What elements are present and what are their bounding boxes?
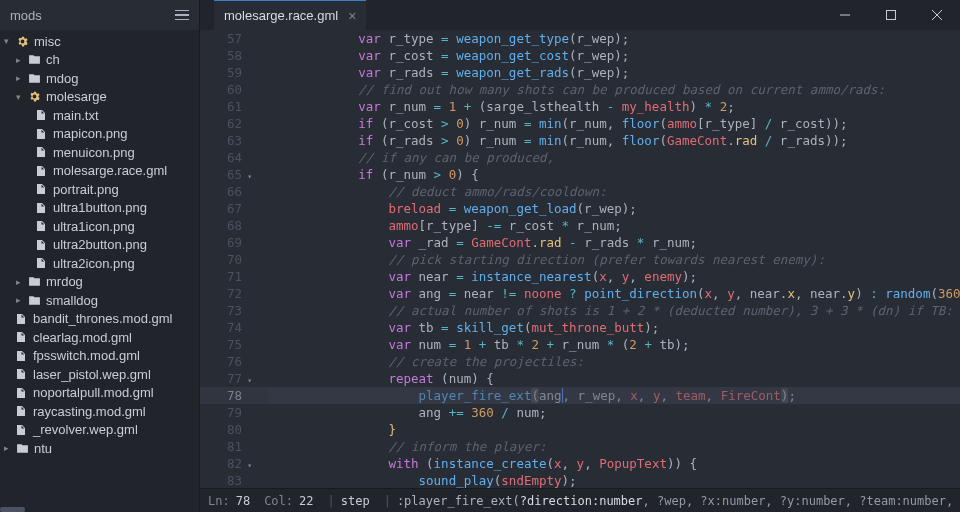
hamburger-icon[interactable] xyxy=(175,10,189,21)
fold-icon[interactable]: ▾ xyxy=(247,168,252,185)
gutter: 575859606162636465▾666768697071727374757… xyxy=(200,30,254,488)
caret-icon: ▸ xyxy=(14,73,22,83)
sidebar: ▾misc▸ch▸mdog▾molesargemain.txtmapicon.p… xyxy=(0,30,200,512)
close-button[interactable] xyxy=(914,0,960,30)
tree-item-label: mdog xyxy=(46,71,79,86)
status-ln-value: 78 xyxy=(236,494,250,508)
gear-icon xyxy=(27,90,41,103)
code-area[interactable]: 575859606162636465▾666768697071727374757… xyxy=(200,30,960,488)
gear-icon xyxy=(15,35,29,48)
tree-item-label: ultra2icon.png xyxy=(53,256,135,271)
tree-folder[interactable]: ▸mdog xyxy=(0,69,199,88)
tree-file[interactable]: ultra1button.png xyxy=(0,199,199,218)
tab-active[interactable]: molesarge.race.gml × xyxy=(214,0,366,30)
code-text[interactable]: var r_type = weapon_get_type(r_wep); var… xyxy=(254,30,960,488)
file-icon xyxy=(34,220,48,232)
tree-file[interactable]: _revolver.wep.gml xyxy=(0,421,199,440)
svg-rect-1 xyxy=(887,11,896,20)
file-icon xyxy=(34,165,48,177)
file-tree: ▾misc▸ch▸mdog▾molesargemain.txtmapicon.p… xyxy=(0,30,199,512)
file-icon xyxy=(34,146,48,158)
status-col-label: Col: xyxy=(264,494,293,508)
file-icon xyxy=(34,128,48,140)
tree-file[interactable]: laser_pistol.wep.gml xyxy=(0,365,199,384)
titlebar: mods molesarge.race.gml × xyxy=(0,0,960,30)
tree-file[interactable]: ultra2icon.png xyxy=(0,254,199,273)
tree-item-label: ultra1button.png xyxy=(53,200,147,215)
tree-item-label: mapicon.png xyxy=(53,126,127,141)
file-icon xyxy=(14,405,28,417)
tree-item-label: ch xyxy=(46,52,60,67)
folder-icon xyxy=(27,275,41,288)
file-icon xyxy=(34,183,48,195)
tree-file[interactable]: ultra2button.png xyxy=(0,236,199,255)
tree-folder[interactable]: ▾molesarge xyxy=(0,88,199,107)
editor: 575859606162636465▾666768697071727374757… xyxy=(200,30,960,512)
tree-file[interactable]: main.txt xyxy=(0,106,199,125)
tree-item-label: smalldog xyxy=(46,293,98,308)
status-bar: Ln: 78 Col: 22 | step | :player_fire_ext… xyxy=(200,488,960,512)
tree-item-label: portrait.png xyxy=(53,182,119,197)
fold-icon[interactable]: ▾ xyxy=(247,372,252,389)
tree-folder[interactable]: ▸mrdog xyxy=(0,273,199,292)
tree-item-label: _revolver.wep.gml xyxy=(33,422,138,437)
tree-item-label: ntu xyxy=(34,441,52,456)
caret-icon: ▾ xyxy=(14,92,22,102)
tree-folder[interactable]: ▸ch xyxy=(0,51,199,70)
tree-file[interactable]: raycasting.mod.gml xyxy=(0,402,199,421)
file-icon xyxy=(14,313,28,325)
tree-item-label: misc xyxy=(34,34,61,49)
maximize-button[interactable] xyxy=(868,0,914,30)
tree-item-label: fpsswitch.mod.gml xyxy=(33,348,140,363)
caret-icon: ▸ xyxy=(14,277,22,287)
tree-item-label: raycasting.mod.gml xyxy=(33,404,146,419)
tree-item-label: laser_pistol.wep.gml xyxy=(33,367,151,382)
tree-item-label: bandit_thrones.mod.gml xyxy=(33,311,172,326)
tree-file[interactable]: mapicon.png xyxy=(0,125,199,144)
caret-icon: ▾ xyxy=(2,36,10,46)
caret-icon: ▸ xyxy=(14,295,22,305)
status-scope: step xyxy=(341,494,370,508)
tree-file[interactable]: fpsswitch.mod.gml xyxy=(0,347,199,366)
tree-item-label: main.txt xyxy=(53,108,99,123)
tree-item-label: noportalpull.mod.gml xyxy=(33,385,154,400)
tab-bar: molesarge.race.gml × xyxy=(200,0,960,30)
tree-item-label: ultra2button.png xyxy=(53,237,147,252)
tab-label: molesarge.race.gml xyxy=(224,8,338,23)
file-icon xyxy=(34,109,48,121)
file-icon xyxy=(34,239,48,251)
window-controls xyxy=(822,0,960,30)
tree-folder[interactable]: ▸smalldog xyxy=(0,291,199,310)
tree-item-label: ultra1icon.png xyxy=(53,219,135,234)
tree-file[interactable]: clearlag.mod.gml xyxy=(0,328,199,347)
tree-file[interactable]: portrait.png xyxy=(0,180,199,199)
file-icon xyxy=(14,350,28,362)
caret-icon: ▸ xyxy=(2,443,10,453)
tree-item-label: molesarge.race.gml xyxy=(53,163,167,178)
fold-icon[interactable]: ▾ xyxy=(247,457,252,474)
folder-icon xyxy=(15,442,29,455)
tree-file[interactable]: molesarge.race.gml xyxy=(0,162,199,181)
tree-item-label: mrdog xyxy=(46,274,83,289)
tree-file[interactable]: ultra1icon.png xyxy=(0,217,199,236)
folder-icon xyxy=(27,294,41,307)
sidebar-header: mods xyxy=(0,0,200,30)
status-signature: :player_fire_ext(?direction:number, ?wep… xyxy=(397,494,960,508)
tree-folder[interactable]: ▾misc xyxy=(0,32,199,51)
file-icon xyxy=(14,331,28,343)
close-icon[interactable]: × xyxy=(348,9,356,23)
minimize-button[interactable] xyxy=(822,0,868,30)
tree-file[interactable]: menuicon.png xyxy=(0,143,199,162)
folder-icon xyxy=(27,53,41,66)
sidebar-title: mods xyxy=(10,8,42,23)
tree-file[interactable]: bandit_thrones.mod.gml xyxy=(0,310,199,329)
caret-icon: ▸ xyxy=(14,55,22,65)
tree-folder[interactable]: ▸ntu xyxy=(0,439,199,458)
status-col-value: 22 xyxy=(299,494,313,508)
tree-file[interactable]: noportalpull.mod.gml xyxy=(0,384,199,403)
file-icon xyxy=(34,202,48,214)
file-icon xyxy=(14,368,28,380)
status-ln-label: Ln: xyxy=(208,494,230,508)
tree-item-label: molesarge xyxy=(46,89,107,104)
sidebar-h-scrollbar[interactable] xyxy=(0,507,25,512)
